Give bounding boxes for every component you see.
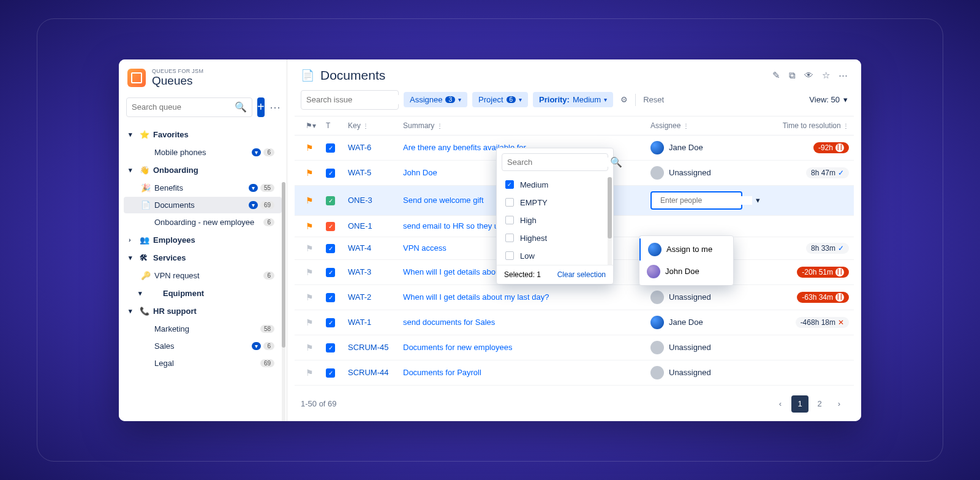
nav-item[interactable]: Mobile phones▾6 <box>124 144 282 161</box>
star-icon[interactable]: ☆ <box>822 70 830 81</box>
assignee-cell[interactable]: Jane Doe <box>650 316 763 329</box>
add-queue-button[interactable]: + <box>257 97 265 117</box>
nav-group[interactable]: ▾Equipment <box>121 284 284 302</box>
sidebar-scrollbar[interactable] <box>282 182 285 421</box>
sla-badge: -468h 18m ✕ <box>796 317 849 328</box>
flag-icon[interactable]: ⚑ <box>306 221 314 231</box>
filter-assignee[interactable]: Assignee 3 ▾ <box>404 92 467 107</box>
flag-icon[interactable]: ⚑ <box>306 318 314 327</box>
issue-key[interactable]: SCRUM-44 <box>348 368 388 377</box>
nav-item[interactable]: Legal69 <box>124 355 282 371</box>
issue-key[interactable]: SCRUM-45 <box>348 343 388 352</box>
priority-option[interactable]: Low <box>497 247 613 265</box>
nav-group[interactable]: ▾⭐Favorites <box>121 126 284 143</box>
flag-icon[interactable]: ⚑ <box>306 168 314 178</box>
nav-item[interactable]: Onboarding - new employee6 <box>124 214 282 230</box>
nav-item[interactable]: 📄Documents▾69 <box>124 197 282 213</box>
copy-icon[interactable]: ⧉ <box>789 70 796 81</box>
issue-search-input[interactable] <box>306 95 409 104</box>
filter-priority[interactable]: Priority: Medium ▾ <box>533 92 613 107</box>
nav-item[interactable]: Marketing58 <box>124 321 282 337</box>
filter-project[interactable]: Project 6 ▾ <box>472 92 528 107</box>
pager-prev[interactable]: ‹ <box>772 395 789 413</box>
col-type[interactable]: T <box>321 116 343 135</box>
table-row[interactable]: ⚑ ✓ SCRUM-44 Documents for Payroll Unass… <box>295 360 854 385</box>
col-summary[interactable]: Summary ⋮ <box>398 116 646 135</box>
pager-page-1[interactable]: 1 <box>791 395 809 413</box>
nav-item[interactable]: 🎉Benefits▾55 <box>124 180 282 196</box>
issue-summary[interactable]: John Doe <box>403 168 437 177</box>
search-queue-input[interactable] <box>132 102 235 112</box>
nav-group[interactable]: ▾📞HR support <box>121 302 284 320</box>
flag-icon[interactable]: ⚑ <box>306 292 314 302</box>
priority-option[interactable]: ✓Medium <box>497 176 613 194</box>
assignee-cell[interactable]: Unassigned <box>650 341 763 354</box>
assignee-option[interactable]: Assign to me <box>639 238 733 261</box>
main-panel: 📄 Documents ✎ ⧉ 👁 ☆ ⋯ 🔍 Assignee 3 ▾ <box>287 59 861 421</box>
edit-icon[interactable]: ✎ <box>772 70 780 81</box>
issue-search[interactable]: 🔍 <box>301 90 399 110</box>
table-row[interactable]: ⚑ ✓ WAT-2 When will I get details about … <box>295 284 854 310</box>
issue-key[interactable]: WAT-5 <box>348 168 371 177</box>
issue-key[interactable]: ONE-1 <box>348 221 372 230</box>
sidebar-nav: ▾⭐FavoritesMobile phones▾6▾👋Onboarding🎉B… <box>119 122 287 421</box>
priority-option[interactable]: EMPTY <box>497 194 613 211</box>
assignee-cell[interactable]: Unassigned <box>650 366 763 379</box>
priority-scrollbar[interactable] <box>608 177 612 265</box>
col-flag[interactable]: ⚑▾ <box>295 116 321 135</box>
nav-item[interactable]: Sales▾6 <box>124 338 282 354</box>
flag-icon[interactable]: ⚑ <box>306 368 314 378</box>
issue-summary[interactable]: Documents for new employees <box>403 343 512 352</box>
assignee-cell[interactable]: Unassigned <box>650 166 763 180</box>
flag-icon[interactable]: ⚑ <box>306 343 314 352</box>
col-key[interactable]: Key ⋮ <box>343 116 398 135</box>
flag-icon[interactable]: ⚑ <box>306 243 314 253</box>
issue-summary[interactable]: send documents for Sales <box>403 318 495 327</box>
search-queue[interactable]: 🔍 <box>126 97 252 117</box>
issue-type-icon: ✓ <box>326 196 335 205</box>
nav-group[interactable]: ▾🛠Services <box>121 249 284 267</box>
nav-item[interactable]: 🔑VPN request6 <box>124 267 282 284</box>
pager-page-2[interactable]: 2 <box>811 395 828 413</box>
assignee-picker[interactable]: ▾ <box>650 191 742 210</box>
issue-type-icon: ✓ <box>326 169 335 178</box>
sla-badge: -92h ┃┃ <box>813 142 849 153</box>
issue-summary[interactable]: When will I get details about my last da… <box>403 292 549 302</box>
priority-search-input[interactable] <box>507 158 610 167</box>
nav-group[interactable]: ▾👋Onboarding <box>121 161 284 179</box>
priority-option[interactable]: High <box>497 211 613 229</box>
search-icon: 🔍 <box>235 101 247 113</box>
assignee-cell[interactable]: Unassigned <box>650 291 763 304</box>
watch-icon[interactable]: 👁 <box>804 70 813 81</box>
sidebar: QUEUES FOR JSM Queues 🔍 + ⋯ ▾⭐FavoritesM… <box>119 59 287 421</box>
pager-next[interactable]: › <box>831 395 848 413</box>
issue-summary[interactable]: Documents for Payroll <box>403 368 481 377</box>
priority-clear-selection[interactable]: Clear selection <box>557 270 606 279</box>
priority-search[interactable]: 🔍 <box>502 153 608 171</box>
table-row[interactable]: ⚑ ✓ WAT-1 send documents for Sales Jane … <box>295 310 854 335</box>
table-row[interactable]: ⚑ ✓ SCRUM-45 Documents for new employees… <box>295 335 854 360</box>
issue-summary[interactable]: VPN access <box>403 243 447 253</box>
filter-icon[interactable]: ⚙ <box>618 95 630 104</box>
issue-key[interactable]: WAT-2 <box>348 292 371 302</box>
assignee-option[interactable]: John Doe <box>639 261 733 283</box>
issue-key[interactable]: WAT-3 <box>348 267 371 276</box>
flag-icon[interactable]: ⚑ <box>306 267 314 277</box>
issue-summary[interactable]: Send one welcome gift <box>403 196 484 205</box>
flag-icon[interactable]: ⚑ <box>306 143 314 153</box>
issue-key[interactable]: ONE-3 <box>348 196 372 205</box>
flag-icon[interactable]: ⚑ <box>306 196 314 205</box>
view-selector[interactable]: View: 50 ▾ <box>809 95 848 104</box>
assignee-cell[interactable]: Jane Doe <box>650 141 763 154</box>
priority-option[interactable]: Highest <box>497 229 613 247</box>
issue-key[interactable]: WAT-1 <box>348 318 371 327</box>
sidebar-more-button[interactable]: ⋯ <box>270 100 281 115</box>
issue-key[interactable]: WAT-4 <box>348 243 371 253</box>
divider <box>635 94 636 106</box>
col-ttr[interactable]: Time to resolution ⋮ <box>768 116 854 135</box>
reset-filters[interactable]: Reset <box>641 95 664 104</box>
nav-group[interactable]: ›👥Employees <box>121 231 284 249</box>
issue-key[interactable]: WAT-6 <box>348 143 371 152</box>
header-more-icon[interactable]: ⋯ <box>839 70 848 81</box>
col-assignee[interactable]: Assignee ⋮ <box>646 116 768 135</box>
